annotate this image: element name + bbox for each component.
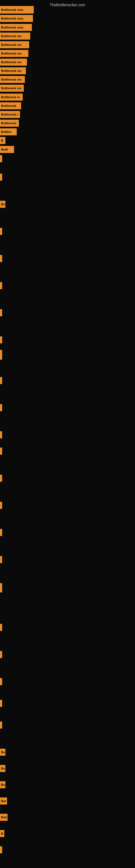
bottleneck-bar: Bott: [0, 814, 8, 821]
bottleneck-bar: Bottleneck res: [0, 59, 27, 66]
bottleneck-bar: Bo: [0, 749, 5, 756]
bottleneck-bar: [0, 255, 2, 262]
bottleneck-bar: Bo: [0, 201, 5, 208]
bottleneck-bar: [0, 282, 2, 289]
bottleneck-bar: [0, 556, 2, 563]
bottleneck-bar: B: [0, 830, 4, 837]
bottleneck-bar: [0, 350, 2, 360]
bottleneck-bar: Bottleneck res: [0, 50, 28, 57]
bottleneck-bar: [0, 700, 2, 707]
bottleneck-bar: Bottlen: [0, 128, 17, 135]
bottleneck-bar: Bo: [0, 781, 5, 788]
bottleneck-bar: Bot: [0, 798, 7, 805]
bottleneck-bar: [0, 404, 2, 411]
bottleneck-bar: [0, 502, 2, 509]
bottleneck-bar: [0, 651, 2, 658]
bottleneck-bar: Bottleneck res: [0, 76, 25, 83]
bottleneck-bar: [0, 174, 2, 181]
bottleneck-bar: [0, 228, 2, 235]
bottleneck-bar: [0, 431, 2, 438]
bottleneck-bar: Bottleneck res: [0, 33, 30, 40]
bottleneck-bar: Bottleneck res: [0, 67, 26, 74]
bottleneck-bar: B: [0, 137, 5, 144]
bottleneck-bar: [0, 624, 2, 631]
bottleneck-bar: [0, 447, 2, 455]
bottleneck-bar: [0, 155, 2, 162]
bottleneck-bar: [0, 721, 2, 728]
bottleneck-bar: Bottleneck re: [0, 94, 23, 101]
bottleneck-bar: [0, 529, 2, 536]
bottleneck-bar: [0, 678, 2, 685]
bottleneck-bar: Bo: [0, 765, 5, 772]
bottleneck-bar: [0, 846, 2, 854]
bottleneck-bar: [0, 309, 2, 316]
bottleneck-bar: Bottleneck resu: [0, 15, 33, 22]
bottleneck-bar: Bottleneck r: [0, 111, 20, 118]
bottleneck-bar: Bottleneck res: [0, 41, 29, 48]
bottleneck-bar: [0, 583, 2, 592]
bottleneck-bar: Bottleneck res: [0, 85, 24, 92]
bottleneck-bar: [0, 475, 2, 482]
bottleneck-bar: Bottleneck: [0, 102, 21, 109]
bottleneck-bar: Bottleneck: [0, 120, 19, 127]
bottleneck-bar: Bottleneck resu: [0, 24, 32, 31]
bottleneck-bar: [0, 336, 2, 343]
bottleneck-bar: Bottl: [0, 146, 14, 153]
bottleneck-bar: [0, 377, 2, 384]
bottleneck-bar: Bottleneck resu: [0, 6, 34, 13]
